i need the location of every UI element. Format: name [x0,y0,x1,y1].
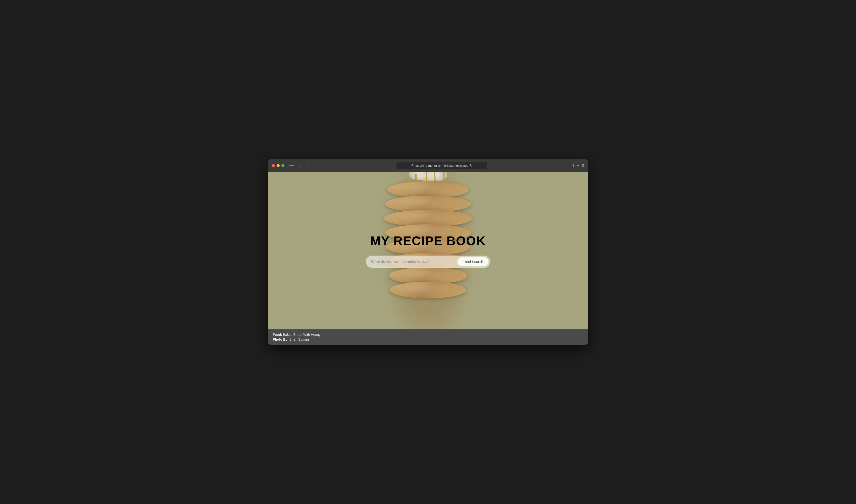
browser-chrome: ‹ › laughing-montalcini-456921.netlify.a… [268,159,588,172]
footer-photo-line: Photo By: Brian Suman [273,338,583,341]
back-button[interactable]: ‹ [297,162,304,169]
svg-point-1 [412,165,413,166]
minimize-button[interactable] [277,164,280,167]
page-hero: MY RECIPE BOOK Food Search [268,172,588,329]
search-bar: Food Search [366,256,490,268]
back-icon: ‹ [300,164,301,167]
page-title: MY RECIPE BOOK [370,234,486,248]
browser-window: ‹ › laughing-montalcini-456921.netlify.a… [268,159,588,345]
sidebar-toggle-icon[interactable] [289,164,294,167]
new-tab-icon[interactable]: + [577,163,579,168]
photo-label: Photo By: [273,338,288,341]
food-label: Food: [273,333,282,337]
url-text: laughing-montalcini-456921.netlify.app [415,164,469,167]
maximize-button[interactable] [281,164,284,167]
footer-food-line: Food: Baked Bread With Honey [273,333,583,337]
refresh-icon[interactable]: ↻ [470,163,473,168]
browser-controls: ‹ › [289,162,312,169]
photo-value: Brian Suman [289,338,309,341]
food-value: Baked Bread With Honey [283,333,321,337]
privacy-icon [411,164,414,167]
hero-content: MY RECIPE BOOK Food Search [268,172,588,329]
url-bar[interactable]: laughing-montalcini-456921.netlify.app ↻ [396,162,487,169]
forward-button[interactable]: › [305,162,312,169]
url-bar-container: laughing-montalcini-456921.netlify.app ↻ [315,162,569,169]
food-search-button[interactable]: Food Search [457,257,488,266]
traffic-lights [272,164,284,167]
share-icon[interactable]: ⬆ [572,163,575,168]
search-input[interactable] [371,259,457,264]
close-button[interactable] [272,164,275,167]
browser-actions: ⬆ + ⧉ [572,163,584,168]
page-footer: Food: Baked Bread With Honey Photo By: B… [268,329,588,345]
tabs-icon[interactable]: ⧉ [582,163,584,168]
forward-icon: › [308,164,309,167]
